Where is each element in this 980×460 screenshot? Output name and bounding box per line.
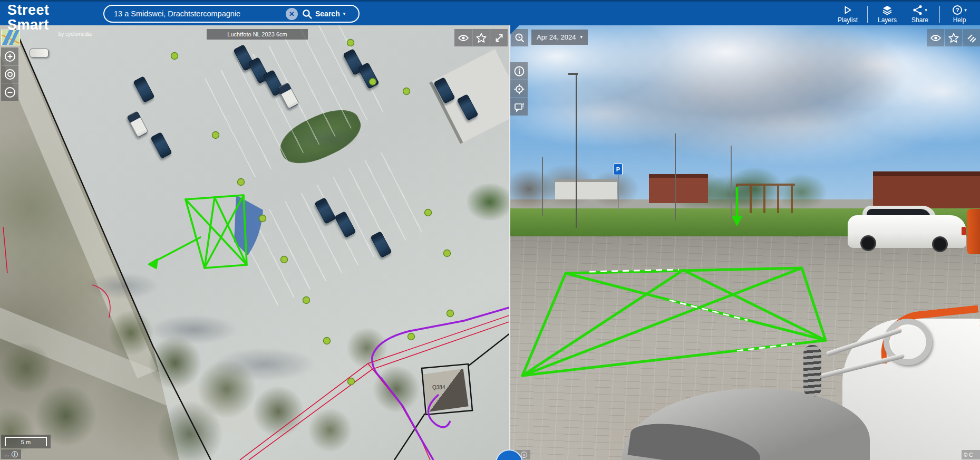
playlist-button[interactable]: Playlist (831, 3, 864, 26)
search-bar: ✕ Search ▾ (103, 5, 360, 23)
share-button[interactable]: ▾ Share (904, 3, 936, 26)
top-navigation: Playlist Layers ▾ Share ? ▾ Help (831, 2, 976, 27)
eye-icon (458, 33, 469, 43)
search-input[interactable] (113, 9, 282, 18)
street-favorite-button[interactable] (945, 29, 962, 46)
report-bubble-icon (513, 101, 525, 113)
eye-icon (930, 33, 941, 43)
help-label: Help (953, 16, 966, 24)
report-issue-button[interactable] (510, 98, 528, 116)
share-label: Share (911, 16, 928, 24)
chevron-down-icon: ▾ (964, 8, 967, 13)
search-button[interactable]: Search ▾ (302, 9, 345, 19)
star-icon (476, 33, 487, 43)
share-icon (913, 5, 923, 15)
close-icon: ✕ (289, 10, 295, 18)
map-layer-label: Luchtfoto NL 2023 6cm (207, 29, 308, 40)
street-copyright: © C (962, 450, 980, 459)
topbar: Street Smart by cyclomedia ✕ Search ▾ Pl… (0, 0, 980, 25)
play-icon (843, 5, 852, 15)
star-icon (948, 33, 959, 43)
street-measure-button[interactable] (963, 29, 980, 46)
cadastral-boundary-black (15, 28, 509, 460)
app-title: Street Smart (7, 3, 92, 32)
layers-icon (882, 5, 892, 15)
map-visibility-button[interactable] (454, 29, 472, 46)
app-logo: Street Smart by cyclomedia (7, 3, 92, 37)
crosshair-icon (513, 83, 525, 95)
map-view-panel[interactable]: Q384 (0, 25, 509, 460)
clear-search-button[interactable]: ✕ (286, 8, 298, 20)
info-icon: i (12, 451, 18, 457)
nav-divider (867, 6, 868, 23)
surface-measurement-map[interactable] (149, 195, 247, 268)
map-scale-bar: 5 m (1, 435, 51, 448)
recording-date-label: Apr 24, 2024 (537, 33, 576, 41)
street-smart-app: Street Smart by cyclomedia ✕ Search ▾ Pl… (0, 0, 980, 460)
attribution-ellipsis: … (4, 452, 9, 457)
map-overlay: Q384 (0, 25, 509, 460)
expand-icon (494, 33, 504, 43)
cadastral-line-red (3, 227, 509, 460)
zoom-in-icon (4, 51, 16, 62)
map-favorite-button[interactable] (472, 29, 490, 46)
search-icon (302, 9, 312, 19)
info-icon (513, 65, 525, 77)
parcel-label: Q384 (432, 385, 445, 390)
panel-divider[interactable] (509, 25, 510, 460)
help-button[interactable]: ? ▾ Help (943, 3, 976, 26)
chevron-down-icon: ▾ (343, 12, 346, 16)
layers-label: Layers (878, 16, 897, 24)
street-info-button[interactable] (510, 62, 528, 80)
scale-label: 5 m (5, 437, 47, 446)
nav-divider (939, 6, 940, 23)
recording-date-dropdown[interactable]: Apr 24, 2024 ▾ (531, 30, 588, 45)
recording-points[interactable] (171, 40, 454, 385)
search-button-label: Search (315, 9, 340, 18)
zoom-out-icon (4, 87, 16, 98)
map-attribution[interactable]: … i (1, 449, 21, 459)
info-icon: i (521, 452, 527, 458)
zoom-out-button[interactable] (1, 83, 18, 101)
measurement-arrow (732, 188, 742, 226)
surface-measurement-street[interactable] (522, 268, 826, 376)
layers-button[interactable]: Layers (871, 3, 904, 26)
cadastral-line-purple (372, 308, 509, 460)
chevron-down-icon: ▾ (580, 35, 583, 40)
street-visibility-button[interactable] (927, 29, 944, 46)
measure-hatch-icon (966, 33, 977, 43)
target-icon (4, 69, 16, 80)
playlist-label: Playlist (838, 16, 858, 24)
street-center-position-button[interactable] (510, 80, 528, 98)
center-position-button[interactable] (1, 65, 18, 83)
chevron-down-icon: ▾ (925, 8, 927, 13)
zoom-in-button[interactable] (1, 47, 18, 65)
app-byline: by cyclomedia (7, 31, 92, 37)
street-view-panel[interactable]: P (510, 25, 980, 460)
svg-text:?: ? (956, 7, 959, 13)
panel-corner-wedge (510, 25, 519, 34)
help-icon: ? (952, 5, 963, 15)
street-overlay (510, 25, 980, 460)
map-expand-button[interactable] (490, 29, 508, 46)
